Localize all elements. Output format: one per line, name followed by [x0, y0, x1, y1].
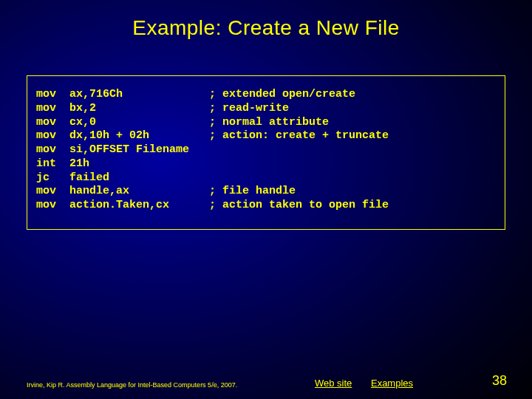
footer: Irvine, Kip R. Assembly Language for Int… [0, 373, 532, 389]
code-box: mov ax,716Ch ; extended open/create mov … [27, 75, 505, 230]
website-link[interactable]: Web site [315, 378, 352, 389]
code-listing: mov ax,716Ch ; extended open/create mov … [36, 88, 496, 213]
footer-links: Web site Examples [285, 378, 492, 389]
citation-text: Irvine, Kip R. Assembly Language for Int… [27, 381, 285, 389]
slide-title: Example: Create a New File [0, 0, 532, 40]
examples-link[interactable]: Examples [371, 378, 413, 389]
page-number: 38 [492, 373, 510, 389]
